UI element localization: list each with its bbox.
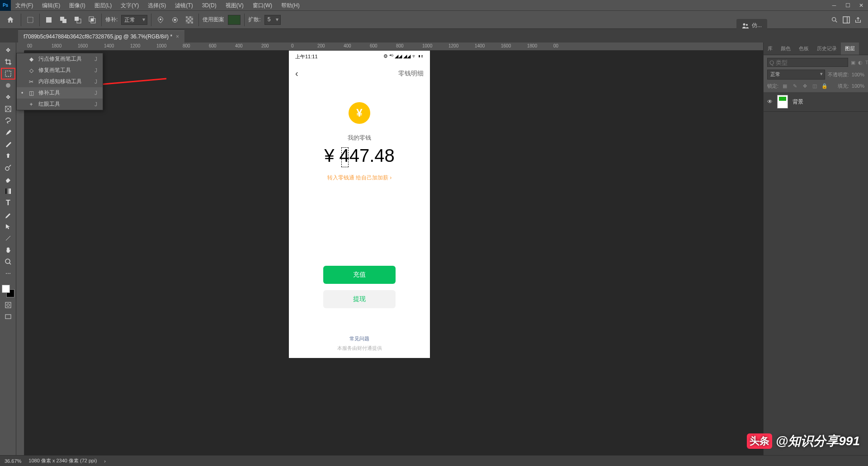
destination-icon[interactable] bbox=[170, 14, 180, 25]
layer-thumbnail[interactable] bbox=[777, 95, 788, 108]
layer-filter-input[interactable] bbox=[767, 58, 848, 67]
flyout-red-eye[interactable]: + 红眼工具 J bbox=[17, 99, 103, 110]
tab-layers[interactable]: 图层 bbox=[841, 42, 859, 55]
search-icon[interactable] bbox=[831, 16, 838, 24]
pattern-picker[interactable] bbox=[228, 15, 241, 25]
layer-item[interactable]: 👁 背景 bbox=[764, 92, 868, 112]
tab-libraries[interactable]: 库 bbox=[764, 42, 777, 55]
flyout-spot-healing[interactable]: ◆ 污点修复画笔工具 J bbox=[17, 53, 103, 65]
lock-pos-icon[interactable]: ✥ bbox=[801, 82, 808, 89]
close-button[interactable]: ✕ bbox=[854, 0, 868, 11]
frame-tool[interactable] bbox=[1, 103, 15, 115]
status-bar: 36.67% 1080 像素 x 2340 像素 (72 ppi) › bbox=[0, 455, 868, 466]
flyout-healing-brush[interactable]: ◇ 修复画笔工具 J bbox=[17, 65, 103, 76]
red-eye-icon: + bbox=[28, 101, 35, 108]
screen-mode-tool[interactable] bbox=[1, 311, 15, 323]
intersect-selection-icon[interactable] bbox=[87, 14, 98, 25]
filter-adjust-icon[interactable]: ◐ bbox=[858, 59, 863, 66]
crop-tool[interactable] bbox=[1, 56, 15, 68]
dodge-tool[interactable] bbox=[1, 162, 15, 174]
minimize-button[interactable]: ─ bbox=[827, 0, 841, 11]
layer-name[interactable]: 背景 bbox=[793, 98, 803, 106]
pen-tool[interactable] bbox=[1, 209, 15, 221]
filter-type-icon[interactable]: T bbox=[865, 59, 868, 66]
lock-artboard-icon[interactable]: ◫ bbox=[811, 82, 818, 89]
brush-tool[interactable] bbox=[1, 138, 15, 150]
diffusion-value[interactable]: 5 bbox=[264, 15, 281, 25]
source-icon[interactable] bbox=[155, 14, 166, 25]
flyout-patch-tool[interactable]: • ◫ 修补工具 J bbox=[17, 87, 103, 99]
tab-swatches[interactable]: 色板 bbox=[795, 42, 813, 55]
phone-status-bar: 上午11:11 ⚙ ⁴ᴳ ◢◢ ◢◢ ᯤ ▮▯ bbox=[289, 51, 430, 63]
panel-tabs: 库 颜色 色板 历史记录 图层 bbox=[764, 42, 868, 55]
foreground-color[interactable] bbox=[2, 285, 10, 293]
menu-layer[interactable]: 图层(L) bbox=[90, 0, 117, 11]
patch-mode-dropdown[interactable]: 正常 bbox=[121, 15, 147, 25]
live-shapes-button[interactable]: 仿... bbox=[736, 19, 767, 32]
hand-tool[interactable] bbox=[1, 244, 15, 256]
fill-value[interactable]: 100% bbox=[852, 83, 864, 89]
selection-marquee bbox=[341, 147, 349, 167]
menu-select[interactable]: 选择(S) bbox=[143, 0, 170, 11]
ruler-vertical bbox=[16, 51, 24, 455]
quick-mask-tool[interactable] bbox=[1, 299, 15, 311]
faq-link: 常见问题 bbox=[289, 335, 430, 342]
visibility-icon[interactable]: 👁 bbox=[767, 99, 773, 105]
main: ✥ ✥ T ⋯ ◆ 污点修复画笔工具 J bbox=[0, 42, 868, 455]
menu-help[interactable]: 帮助(H) bbox=[277, 0, 304, 11]
lock-trans-icon[interactable]: ▦ bbox=[781, 82, 788, 89]
tab-close-icon[interactable]: × bbox=[176, 33, 179, 40]
menu-3d[interactable]: 3D(D) bbox=[198, 0, 221, 11]
menu-window[interactable]: 窗口(W) bbox=[248, 0, 277, 11]
subtract-selection-icon[interactable] bbox=[72, 14, 83, 25]
opacity-value[interactable]: 100% bbox=[852, 72, 864, 77]
workspace-icon[interactable] bbox=[843, 16, 850, 24]
new-selection-icon[interactable] bbox=[43, 14, 54, 25]
zoom-level[interactable]: 36.67% bbox=[5, 458, 21, 464]
menu-file[interactable]: 文件(F) bbox=[11, 0, 38, 11]
document-tab[interactable]: f7089b5c9447884b3642cf8c7328765.jpg @ 36… bbox=[18, 30, 184, 42]
blend-mode-dropdown[interactable]: 正常 bbox=[767, 70, 825, 80]
menu-type[interactable]: 文字(Y) bbox=[116, 0, 143, 11]
add-selection-icon[interactable] bbox=[58, 14, 69, 25]
menu-filter[interactable]: 滤镜(T) bbox=[170, 0, 197, 11]
more-tools[interactable]: ⋯ bbox=[1, 268, 15, 279]
canvas-area[interactable]: 00 1800 1600 1400 1200 1000 800 600 400 … bbox=[16, 42, 763, 455]
path-selection-tool[interactable] bbox=[1, 221, 15, 232]
lock-all-icon[interactable]: 🔒 bbox=[821, 82, 828, 89]
tab-history[interactable]: 历史记录 bbox=[813, 42, 841, 55]
phone-time: 上午11:11 bbox=[295, 53, 318, 60]
move-tool[interactable]: ✥ bbox=[1, 44, 15, 56]
phone-nav-title: 零钱明细 bbox=[398, 70, 424, 78]
patch-icon: ◫ bbox=[28, 89, 35, 97]
filter-image-icon[interactable]: ▣ bbox=[851, 59, 855, 66]
line-tool[interactable] bbox=[1, 232, 15, 244]
menu-image[interactable]: 图像(I) bbox=[65, 0, 90, 11]
lock-paint-icon[interactable]: ✎ bbox=[791, 82, 798, 89]
clone-stamp-tool[interactable] bbox=[1, 150, 15, 162]
maximize-button[interactable]: ☐ bbox=[841, 0, 854, 11]
ruler-horizontal: 00 1800 1600 1400 1200 1000 800 600 400 … bbox=[24, 42, 763, 51]
doc-info-chevron[interactable]: › bbox=[104, 458, 106, 464]
smudge-tool[interactable] bbox=[1, 80, 15, 91]
patch-tool[interactable] bbox=[1, 68, 15, 80]
home-button[interactable] bbox=[4, 13, 17, 27]
doc-info[interactable]: 1080 像素 x 2340 像素 (72 ppi) bbox=[28, 457, 97, 464]
type-tool[interactable]: T bbox=[1, 197, 15, 209]
gradient-tool[interactable] bbox=[1, 185, 15, 197]
flyout-content-aware-move[interactable]: ✂ 内容感知移动工具 J bbox=[17, 76, 103, 87]
color-swatches[interactable] bbox=[2, 285, 14, 297]
menu-edit[interactable]: 编辑(E) bbox=[38, 0, 65, 11]
share-icon[interactable] bbox=[854, 16, 862, 24]
patch-tool-icon[interactable] bbox=[25, 14, 36, 25]
phone-mockup: 上午11:11 ⚙ ⁴ᴳ ◢◢ ◢◢ ᯤ ▮▯ ‹ 零钱明细 ¥ 我的零钱 ¥ … bbox=[289, 51, 430, 358]
eyedropper-tool[interactable] bbox=[1, 127, 15, 138]
eraser-tool[interactable] bbox=[1, 174, 15, 185]
menu-view[interactable]: 视图(V) bbox=[221, 0, 248, 11]
move-tool-2[interactable]: ✥ bbox=[1, 91, 15, 103]
transparent-icon[interactable] bbox=[184, 14, 195, 25]
tab-color[interactable]: 颜色 bbox=[777, 42, 795, 55]
zoom-tool[interactable] bbox=[1, 256, 15, 268]
lasso-tool[interactable] bbox=[1, 115, 15, 127]
canvas-document[interactable]: 上午11:11 ⚙ ⁴ᴳ ◢◢ ◢◢ ᯤ ▮▯ ‹ 零钱明细 ¥ 我的零钱 ¥ … bbox=[289, 51, 430, 358]
